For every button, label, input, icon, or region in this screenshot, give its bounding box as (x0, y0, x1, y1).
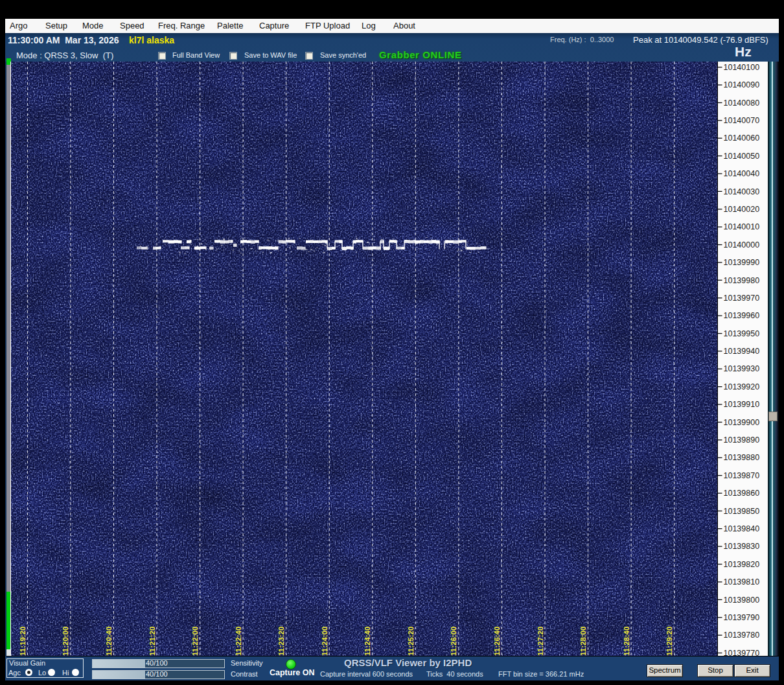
svg-text:10139840: 10139840 (724, 524, 760, 533)
svg-text:10140030: 10140030 (724, 187, 760, 196)
svg-text:10139920: 10139920 (724, 382, 760, 391)
svg-text:11:22:40: 11:22:40 (235, 627, 242, 656)
svg-text:10140090: 10140090 (724, 80, 760, 89)
svg-text:10140010: 10140010 (724, 222, 760, 231)
svg-text:10139860: 10139860 (724, 489, 760, 498)
svg-text:11:24:40: 11:24:40 (363, 627, 371, 656)
svg-text:10139810: 10139810 (724, 577, 760, 586)
svg-text:11:28:40: 11:28:40 (623, 627, 630, 656)
svg-text:10140000: 10140000 (724, 240, 760, 250)
svg-text:10139990: 10139990 (724, 258, 760, 267)
svg-text:10139850: 10139850 (724, 507, 760, 516)
svg-text:10139980: 10139980 (724, 276, 760, 285)
svg-text:11:27:20: 11:27:20 (536, 627, 544, 656)
svg-text:10139930: 10139930 (724, 364, 760, 373)
svg-text:10139970: 10139970 (724, 294, 760, 303)
svg-text:10140070: 10140070 (724, 116, 760, 125)
svg-text:11:20:40: 11:20:40 (105, 627, 113, 656)
svg-text:11:28:00: 11:28:00 (579, 627, 587, 656)
svg-text:11:23:20: 11:23:20 (277, 627, 285, 656)
svg-text:11:24:00: 11:24:00 (321, 627, 329, 656)
svg-text:11:20:00: 11:20:00 (62, 627, 69, 656)
svg-text:11:29:20: 11:29:20 (665, 627, 673, 656)
svg-text:10139870: 10139870 (724, 471, 760, 480)
svg-text:10140080: 10140080 (724, 99, 760, 108)
svg-text:11:25:20: 11:25:20 (407, 627, 415, 656)
svg-text:10139960: 10139960 (724, 311, 760, 320)
svg-text:10139900: 10139900 (724, 418, 760, 427)
svg-text:10139790: 10139790 (724, 613, 760, 622)
svg-text:10140100: 10140100 (724, 63, 760, 72)
svg-text:10139940: 10139940 (724, 347, 760, 356)
svg-text:11:19:20: 11:19:20 (19, 627, 27, 656)
svg-text:11:21:20: 11:21:20 (148, 627, 156, 656)
svg-text:10140040: 10140040 (724, 169, 760, 178)
svg-text:11:26:00: 11:26:00 (450, 627, 457, 656)
svg-text:10140050: 10140050 (724, 152, 760, 161)
svg-text:10139880: 10139880 (724, 453, 760, 462)
svg-text:10139820: 10139820 (724, 560, 760, 569)
svg-text:10139950: 10139950 (724, 329, 760, 338)
svg-text:10139780: 10139780 (724, 631, 760, 640)
svg-text:10139770: 10139770 (724, 649, 760, 656)
svg-text:11:26:40: 11:26:40 (493, 627, 501, 656)
svg-text:10139830: 10139830 (724, 542, 760, 551)
svg-text:10139800: 10139800 (724, 596, 760, 605)
svg-text:10140020: 10140020 (724, 205, 760, 214)
svg-text:10139910: 10139910 (724, 400, 760, 409)
svg-text:11:22:00: 11:22:00 (191, 627, 199, 656)
svg-text:10139890: 10139890 (724, 435, 760, 445)
svg-text:10140060: 10140060 (724, 134, 760, 143)
